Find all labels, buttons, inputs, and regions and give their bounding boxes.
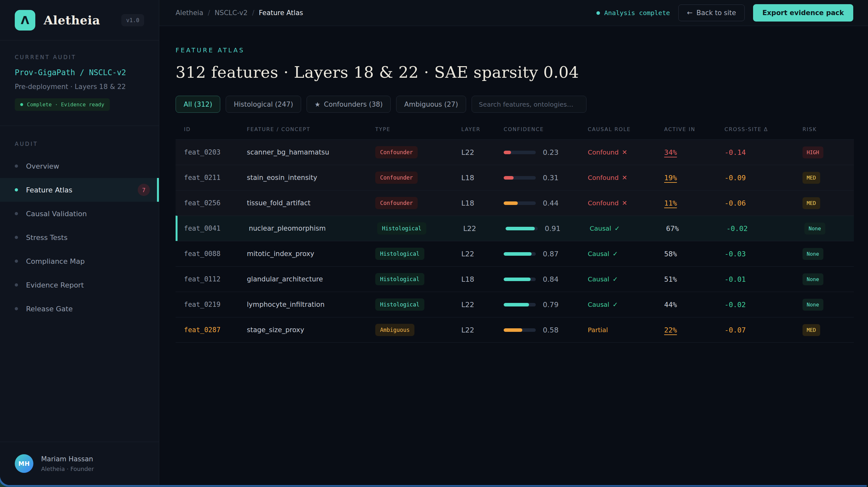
filter-chip-histological[interactable]: Histological (247): [226, 96, 301, 113]
feature-id: feat_0287: [176, 326, 247, 334]
risk-cell: MED: [803, 197, 854, 209]
cross-site-delta: -0.06: [724, 199, 803, 207]
audit-subtitle: Pre-deployment · Layers 18 & 22: [15, 83, 144, 91]
confidence-value: 0.44: [543, 199, 559, 207]
export-evidence-button[interactable]: Export evidence pack: [753, 4, 853, 22]
risk-cell: None: [803, 248, 854, 260]
top-bar: Aletheia / NSCLC-v2 / Feature Atlas Anal…: [159, 0, 868, 26]
causal-role-cell: Causal✓: [588, 301, 664, 308]
risk-badge: MED: [803, 197, 820, 209]
table-row[interactable]: feat_0211stain_eosin_intensityConfounder…: [176, 165, 854, 190]
confidence-value: 0.91: [545, 225, 560, 233]
status-dot-icon: [596, 11, 600, 15]
sidebar-item-overview[interactable]: Overview: [0, 154, 159, 178]
table-row[interactable]: feat_0256tissue_fold_artifactConfounderL…: [176, 190, 854, 216]
table-row[interactable]: feat_0088mitotic_index_proxyHistological…: [176, 241, 854, 266]
confidence-value: 0.23: [543, 148, 559, 156]
sidebar-item-compliance-map[interactable]: Compliance Map: [0, 249, 159, 273]
filter-bar: All (312)Histological (247)★Confounders …: [176, 96, 854, 113]
back-to-site-button[interactable]: ← Back to site: [678, 4, 745, 21]
confidence-bar-fill: [504, 303, 529, 307]
cross-site-delta: -0.07: [724, 326, 803, 334]
user-name: Mariam Hassan: [41, 455, 94, 463]
nav-count-badge: 7: [138, 184, 150, 196]
audit-title[interactable]: Prov-GigaPath / NSCLC-v2: [15, 68, 144, 77]
risk-badge: MED: [803, 172, 820, 184]
filter-chip-label: Ambiguous (27): [404, 101, 458, 108]
confidence-bar-fill: [504, 201, 518, 205]
confidence-value: 0.79: [543, 301, 559, 309]
sidebar-item-label: Compliance Map: [26, 257, 85, 265]
table-row[interactable]: feat_0203scanner_bg_hamamatsuConfounderL…: [176, 139, 854, 165]
confidence-bar-fill: [504, 176, 514, 179]
confidence-bar: [504, 303, 536, 307]
confidence-cell: 0.91: [505, 225, 590, 233]
column-header: ACTIVE IN: [664, 126, 724, 132]
cross-icon: ✕: [622, 199, 627, 207]
feature-id: feat_0088: [176, 250, 247, 258]
nav-section-label: AUDIT: [0, 141, 159, 147]
feature-id: feat_0256: [176, 199, 247, 207]
sidebar-item-release-gate[interactable]: Release Gate: [0, 297, 159, 321]
cross-site-delta: -0.02: [724, 301, 803, 309]
type-badge: Histological: [377, 222, 426, 234]
sidebar-item-stress-tests[interactable]: Stress Tests: [0, 226, 159, 249]
type-badge: Histological: [375, 273, 424, 285]
filter-chip-confounders[interactable]: ★Confounders (38): [307, 96, 391, 113]
check-icon: ✓: [613, 250, 618, 258]
column-header: TYPE: [375, 126, 461, 132]
risk-cell: None: [804, 223, 854, 234]
breadcrumb: Aletheia / NSCLC-v2 / Feature Atlas: [176, 9, 303, 17]
feature-name: scanner_bg_hamamatsu: [247, 148, 375, 156]
sidebar-item-label: Stress Tests: [26, 233, 67, 241]
breadcrumb-item-current: Feature Atlas: [259, 9, 303, 17]
filter-chip-label: All (312): [184, 101, 212, 108]
filter-chip-all[interactable]: All (312): [176, 96, 220, 113]
page-content: FEATURE ATLAS 312 features · Layers 18 &…: [159, 26, 868, 485]
sidebar-item-label: Release Gate: [26, 305, 73, 313]
layer-value: L22: [461, 301, 504, 309]
confidence-bar-fill: [504, 328, 522, 332]
layer-value: L22: [461, 326, 504, 334]
sidebar-item-evidence-report[interactable]: Evidence Report: [0, 273, 159, 297]
confidence-bar-fill: [505, 227, 535, 230]
user-card[interactable]: MH Mariam Hassan Aletheia · Founder: [0, 442, 159, 485]
type-badge: Confounder: [375, 172, 417, 184]
confidence-bar: [504, 176, 536, 179]
table-row[interactable]: feat_0219lymphocyte_infiltrationHistolog…: [176, 292, 854, 317]
layer-value: L18: [461, 199, 504, 207]
nav-dot-icon: [15, 188, 18, 192]
nav-dot-icon: [15, 307, 18, 310]
table-row[interactable]: feat_0112glandular_architectureHistologi…: [176, 266, 854, 292]
feature-name: glandular_architecture: [247, 275, 375, 283]
confidence-cell: 0.87: [504, 250, 588, 258]
causal-role-label: Causal: [588, 250, 609, 258]
filter-chip-ambiguous[interactable]: Ambiguous (27): [396, 96, 466, 113]
type-cell: Histological: [377, 222, 463, 234]
search-input[interactable]: [471, 96, 587, 113]
confidence-cell: 0.84: [504, 275, 588, 283]
confidence-value: 0.84: [543, 275, 559, 283]
causal-role-label: Causal: [588, 275, 609, 283]
table-row[interactable]: feat_0041nuclear_pleomorphismHistologica…: [176, 216, 854, 241]
user-role: Aletheia · Founder: [41, 465, 94, 472]
type-badge: Confounder: [375, 197, 417, 209]
causal-role-label: Confound: [588, 174, 619, 181]
table-row[interactable]: feat_0287stage_size_proxyAmbiguousL220.5…: [176, 317, 854, 342]
breadcrumb-item-root[interactable]: Aletheia: [176, 9, 203, 17]
sidebar-item-causal-validation[interactable]: Causal Validation: [0, 202, 159, 226]
type-badge: Ambiguous: [375, 324, 414, 336]
breadcrumb-item-model[interactable]: NSCLC-v2: [214, 9, 248, 17]
risk-badge: None: [804, 223, 825, 234]
cross-icon: ✕: [622, 148, 627, 156]
type-cell: Histological: [375, 248, 461, 260]
sidebar-item-label: Feature Atlas: [26, 186, 72, 194]
active-in-value: 22%: [664, 326, 724, 334]
layer-value: L18: [461, 174, 504, 182]
sidebar: Λ Aletheia v1.0 CURRENT AUDIT Prov-GigaP…: [0, 0, 159, 485]
risk-cell: MED: [803, 172, 854, 184]
feature-id: feat_0211: [176, 174, 247, 181]
column-header: CAUSAL ROLE: [588, 126, 664, 132]
type-cell: Confounder: [375, 172, 461, 184]
sidebar-item-feature-atlas[interactable]: Feature Atlas7: [0, 178, 159, 202]
